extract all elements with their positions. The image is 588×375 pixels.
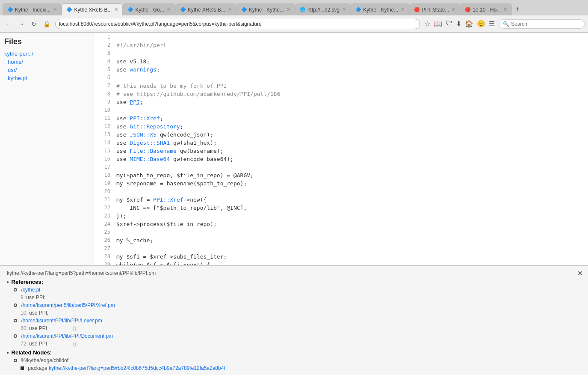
code-line-14: 14use Digest::SHA1 qw(sha1_hex); xyxy=(94,139,588,147)
reader-icon[interactable]: 📖 xyxy=(434,20,442,28)
tab-label-5: Kythe - Kythe... xyxy=(249,7,284,13)
address-input[interactable] xyxy=(55,19,420,29)
code-line-9: 9use PPI; xyxy=(94,98,588,106)
line-content-22: INC => ["$path_to_repo/lib", @INC], xyxy=(115,204,588,212)
line-content-3 xyxy=(115,49,588,57)
ref-path-2[interactable]: /home/ksurent/perl5/lib/perl5/PPI/Xref.p… xyxy=(21,302,115,308)
tab-label-9: 10.10 - Ho... xyxy=(473,7,501,13)
line-number-25: 25 xyxy=(94,228,115,236)
line-content-8: # see https://github.com/adamkennedy/PPI… xyxy=(115,90,588,98)
line-content-1 xyxy=(115,33,588,41)
tab-kythe-kythe[interactable]: 🔷 Kythe - Kythe... ✕ xyxy=(236,3,295,15)
module-link-PPI[interactable]: PPI xyxy=(130,99,139,105)
related-node-package: package kythe://kythe-perl?lang=perl5#bb… xyxy=(21,365,581,371)
code-line-20: 20 xyxy=(94,188,588,196)
code-line-23: 23}); xyxy=(94,212,588,220)
module-link-Git-Repository[interactable]: Git::Repository xyxy=(130,123,180,130)
line-content-24: $xref->process($file_in_repo); xyxy=(115,220,588,228)
tab-close-4[interactable]: ✕ xyxy=(228,7,232,12)
emoji-icon[interactable]: 😊 xyxy=(477,20,485,28)
tab-label-6: http://...d2.svg xyxy=(307,7,340,13)
sidebar-item-kythe-perl[interactable]: kythe-perl::/ xyxy=(4,50,89,58)
shield-icon[interactable]: 🛡 xyxy=(446,20,452,28)
line-number-13: 13 xyxy=(94,131,115,139)
ref-path-4[interactable]: /home/ksurent/PPI/lib/PPI/Document.pm xyxy=(21,333,113,339)
home-nav-icon[interactable]: 🏠 xyxy=(465,20,473,28)
module-link-Digest-SHA1[interactable]: Digest::SHA1 xyxy=(130,140,170,146)
sidebar-item-home[interactable]: home/ xyxy=(8,58,89,66)
code-line-26: 26my %_cache; xyxy=(94,236,588,244)
close-bottom-panel-button[interactable]: ✕ xyxy=(577,269,583,277)
ref-item-3: /home/ksurent/PPI/lib/PPI/Lexer.pm xyxy=(14,318,581,324)
line-number-10: 10 xyxy=(94,106,115,114)
search-input[interactable] xyxy=(511,21,579,27)
reload-button[interactable]: ↻ xyxy=(29,20,38,28)
tab-label-2: Kythe XRefs B... xyxy=(74,7,112,13)
sidebar-item-usr[interactable]: usr/ xyxy=(8,66,89,74)
back-button[interactable]: ← xyxy=(3,20,14,28)
related-node-link[interactable]: kythe://kythe-perl?lang=perl5#bb24fc0b67… xyxy=(49,365,225,371)
ref-path-1[interactable]: /kythe.pl xyxy=(21,287,40,293)
line-content-7: # this needs to be my fork of PPI xyxy=(115,82,588,90)
line-number-11: 11 xyxy=(94,114,115,122)
code-line-8: 8# see https://github.com/adamkennedy/PP… xyxy=(94,90,588,98)
tab-close-7[interactable]: ✕ xyxy=(401,7,405,12)
code-line-18: 18my($path_to_repo, $file_in_repo) = @AR… xyxy=(94,171,588,179)
address-bar: ← → ↻ 🔒 ☆ 📖 🛡 ⬇ 🏠 😊 ☰ 🔍 xyxy=(0,15,588,33)
code-line-21: 21my $xref = PPI::Xref->new({ xyxy=(94,196,588,204)
tab-close-1[interactable]: ✕ xyxy=(53,7,57,12)
tab-close-5[interactable]: ✕ xyxy=(287,7,290,12)
search-icon: 🔍 xyxy=(503,21,509,27)
code-line-5: 5use warnings; xyxy=(94,65,588,74)
new-tab-button[interactable]: + xyxy=(512,3,523,15)
line-number-6: 6 xyxy=(94,74,115,82)
tab-close-3[interactable]: ✕ xyxy=(167,7,171,12)
code-line-27: 27 xyxy=(94,244,588,253)
tab-ppi-state[interactable]: 🔴 PPI::State... ✕ xyxy=(409,3,460,15)
line-number-17: 17 xyxy=(94,163,115,171)
module-link-MIME-Base64[interactable]: MIME::Base64 xyxy=(130,156,170,162)
forward-button[interactable]: → xyxy=(16,20,27,28)
download-icon[interactable]: ⬇ xyxy=(456,20,461,28)
code-line-15: 15use File::Basename qw(basename); xyxy=(94,147,588,155)
line-content-17 xyxy=(115,163,588,171)
module-link-JSON-XS[interactable]: JSON::XS xyxy=(130,131,157,138)
ref-item-4: /home/ksurent/PPI/lib/PPI/Document.pm xyxy=(14,333,581,339)
tab-close-6[interactable]: ✕ xyxy=(342,7,346,12)
line-content-13: use JSON::XS qw(encode_json); xyxy=(115,131,588,139)
module-link-ppi-xref-21[interactable]: PPI::Xref xyxy=(153,196,183,203)
line-content-6 xyxy=(115,74,588,82)
module-link-File-Basename[interactable]: File::Basename xyxy=(130,148,177,154)
module-link-warnings[interactable]: warnings xyxy=(130,66,157,73)
code-line-28: 28my $sfi = $xref->subs_files_iter; xyxy=(94,253,588,261)
tab-kythe-go[interactable]: 🔷 Kythe - Go... ✕ xyxy=(123,3,175,15)
sidebar-item-kythe-pl[interactable]: kythe.pl xyxy=(8,74,89,82)
line-number-1: 1 xyxy=(94,33,115,41)
circle-bullet-1 xyxy=(14,288,17,292)
tab-kythe-indexi[interactable]: 🔷 Kythe - Indexi... ✕ xyxy=(3,3,62,15)
line-number-20: 20 xyxy=(94,188,115,196)
tab-kythe-xrefs-b[interactable]: 🔷 Kythe XRefs B... ✕ xyxy=(62,3,123,15)
tab-label-7: Kythe - Kythe... xyxy=(363,7,398,13)
references-section-title: • References: xyxy=(7,279,581,285)
bookmark-icon[interactable]: ☆ xyxy=(424,20,430,28)
ref-line-4: 72: use PPI(); xyxy=(21,341,581,347)
search-bar[interactable]: 🔍 xyxy=(499,19,585,29)
tab-kythe-kythe2[interactable]: 🔷 Kythe - Kythe... ✕ xyxy=(351,3,409,15)
circle-bullet-2 xyxy=(14,304,17,307)
tab-kythe-xrefs-b2[interactable]: 🔷 Kythe XRefs B... ✕ xyxy=(175,3,236,15)
line-number-28: 28 xyxy=(94,253,115,261)
menu-icon[interactable]: ☰ xyxy=(489,20,495,28)
ref-path-3[interactable]: /home/ksurent/PPI/lib/PPI/Lexer.pm xyxy=(21,318,102,324)
ref-line-3: 60: use PPI(); xyxy=(21,325,581,331)
tab-close-2[interactable]: ✕ xyxy=(114,7,118,12)
line-content-5: use warnings; xyxy=(115,65,588,74)
module-link-PPI-Xref[interactable]: PPI::Xref xyxy=(130,115,160,122)
tab-http-d2svg[interactable]: 🌐 http://...d2.svg ✕ xyxy=(295,3,351,15)
tab-close-9[interactable]: ✕ xyxy=(503,7,507,12)
tab-close-8[interactable]: ✕ xyxy=(452,7,455,12)
code-line-1: 1 xyxy=(94,33,588,41)
tab-icon-6: 🌐 xyxy=(300,7,306,12)
tab-1010-ho[interactable]: 🔴 10.10 - Ho... ✕ xyxy=(460,3,512,15)
code-line-22: 22 INC => ["$path_to_repo/lib", @INC], xyxy=(94,204,588,212)
